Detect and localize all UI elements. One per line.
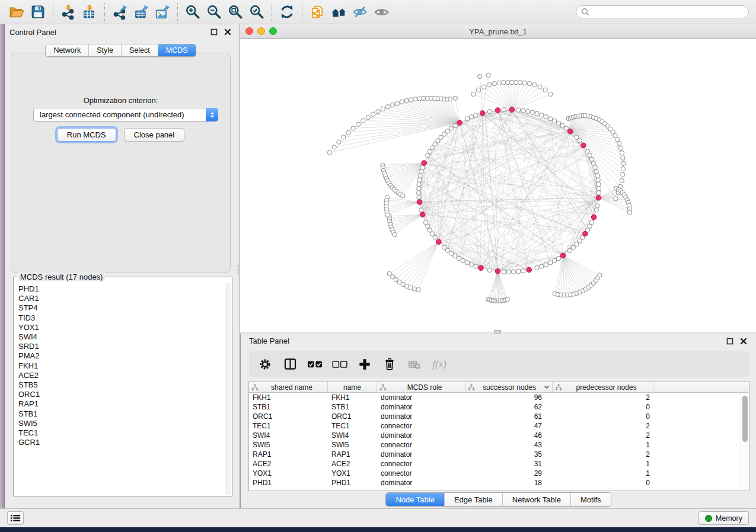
table-row[interactable]: RAP1RAP1dominator352 [249, 450, 741, 460]
delete-button[interactable] [377, 352, 402, 376]
refresh-button[interactable] [276, 1, 298, 23]
cell-name: ORC1 [328, 412, 377, 422]
cell-successor-nodes: 96 [465, 393, 553, 403]
window-close-traffic-button[interactable] [245, 27, 253, 35]
tab-select[interactable]: Select [121, 44, 158, 56]
add-column-button[interactable] [352, 352, 377, 376]
table-row[interactable]: STB1STB1dominator620 [249, 403, 741, 412]
mcds-result-item[interactable]: PMA2 [18, 351, 225, 361]
tab-edge-table[interactable]: Edge Table [444, 493, 502, 506]
result-list-scrollbar[interactable] [226, 283, 231, 495]
mcds-result-item[interactable]: ACE2 [18, 371, 225, 380]
split-columns-button[interactable] [277, 352, 302, 376]
column-header-MCDS-role[interactable]: MCDS role [377, 382, 465, 392]
mcds-result-item[interactable]: STB1 [18, 409, 225, 419]
run-mcds-button[interactable]: Run MCDS [57, 128, 116, 142]
control-panel-header: Control Panel [5, 24, 237, 40]
import-table-button[interactable] [79, 1, 100, 23]
tab-mcds[interactable]: MCDS [158, 44, 196, 56]
table-row[interactable]: ACE2ACE2connector311 [249, 460, 741, 469]
mcds-result-item[interactable]: CAR1 [18, 294, 225, 303]
mcds-result-item[interactable]: STP4 [18, 303, 225, 313]
hide-panel-button[interactable] [349, 1, 371, 23]
zoom-in-button[interactable] [182, 1, 203, 23]
mcds-result-item[interactable]: SWI5 [18, 419, 225, 428]
float-table-panel-button[interactable] [726, 337, 734, 345]
column-header-successor-nodes[interactable]: successor nodes [465, 382, 553, 392]
window-maximize-traffic-button[interactable] [269, 27, 277, 35]
tab-group: NetworkStyleSelectMCDS [45, 44, 196, 57]
show-task-history-button[interactable] [7, 511, 24, 525]
cell-name: SWI4 [328, 431, 377, 441]
column-header-shared-name[interactable]: shared name [249, 382, 328, 392]
toolbar-separator [104, 3, 105, 21]
toolbar-separator [53, 3, 53, 21]
table-scrollbar[interactable] [741, 393, 749, 491]
search-input[interactable] [576, 5, 749, 18]
network-window-titlebar: YPA_prune.txt_1 [240, 24, 756, 39]
mcds-result-item[interactable]: STB5 [18, 380, 225, 390]
zoom-out-button[interactable] [203, 1, 225, 23]
float-panel-button[interactable] [210, 28, 218, 36]
table-row[interactable]: FKH1FKH1dominator962 [249, 393, 741, 403]
mcds-result-item[interactable]: YOX1 [18, 323, 225, 332]
save-session-button[interactable] [27, 1, 49, 23]
window-minimize-traffic-button[interactable] [257, 27, 265, 35]
table-row[interactable]: PHD1PHD1dominator180 [249, 479, 741, 488]
mcds-result-list[interactable]: PHD1CAR1STP4TID3YOX1SWI4SRD1PMA2FKH1ACE2… [18, 284, 225, 495]
mcds-result-item[interactable]: SRD1 [18, 342, 225, 351]
mcds-result-item[interactable]: RAP1 [18, 399, 225, 409]
tab-style[interactable]: Style [88, 44, 121, 56]
select-all-button[interactable] [302, 352, 327, 376]
cell-predecessor-nodes: 2 [553, 450, 653, 460]
clone-network-button[interactable] [307, 1, 328, 23]
mcds-result-item[interactable]: GCR1 [18, 438, 225, 447]
tab-network[interactable]: Network [46, 44, 88, 56]
deselect-all-icon [332, 360, 347, 368]
table-row[interactable]: ORC1ORC1dominator610 [249, 412, 741, 422]
scrollbar-thumb[interactable] [742, 396, 748, 442]
close-panel-action-button[interactable]: Close panel [124, 128, 185, 142]
zoom-selected-button[interactable] [246, 1, 267, 23]
delete-table-icon [408, 358, 421, 370]
export-table-button[interactable] [130, 1, 152, 23]
table-row[interactable]: SWI5SWI5connector431 [249, 441, 741, 450]
cell-shared-name: SWI4 [249, 431, 328, 441]
tab-node-table[interactable]: Node Table [386, 493, 444, 506]
network-view-window: YPA_prune.txt_1 [240, 24, 756, 332]
mcds-result-item[interactable]: TID3 [18, 313, 225, 323]
control-panel-tabs: NetworkStyleSelectMCDS [5, 44, 237, 57]
close-table-panel-button[interactable] [739, 337, 748, 345]
open-file-button[interactable] [6, 1, 27, 23]
show-all-networks-button[interactable] [328, 1, 349, 23]
close-panel-button[interactable] [224, 28, 232, 36]
deselect-all-button[interactable] [327, 352, 352, 376]
tab-network-table[interactable]: Network Table [502, 493, 570, 506]
mcds-result-item[interactable]: SWI4 [18, 332, 225, 342]
memory-button[interactable]: Memory [698, 511, 749, 525]
mcds-result-item[interactable]: ORC1 [18, 390, 225, 399]
column-header-predecessor-nodes[interactable]: predecessor nodes [553, 382, 653, 392]
table-row[interactable]: TEC1TEC1connector472 [249, 422, 741, 431]
cell-mcds-role: dominator [377, 431, 465, 441]
mcds-result-item[interactable]: FKH1 [18, 361, 225, 371]
mcds-panel: Optimization criterion: largest connecte… [11, 53, 231, 273]
network-canvas[interactable] [240, 39, 756, 331]
gear-button[interactable] [253, 352, 277, 376]
zoom-fit-button[interactable] [225, 1, 246, 23]
export-network-button[interactable] [109, 1, 130, 23]
cell-successor-nodes: 62 [465, 403, 553, 412]
export-image-button[interactable] [152, 1, 173, 23]
mcds-result-item[interactable]: PHD1 [18, 284, 225, 294]
table-row[interactable]: YOX1YOX1connector291 [249, 469, 741, 479]
column-header-name[interactable]: name [328, 382, 377, 392]
column-label: shared name [259, 383, 325, 392]
mcds-result-item[interactable]: TEC1 [18, 428, 225, 438]
tab-motifs[interactable]: Motifs [570, 493, 611, 506]
search-box [576, 5, 749, 18]
optimization-criterion-select[interactable]: largest connected component (undirected) [33, 108, 218, 121]
table-header-row: shared namenameMCDS rolesuccessor nodesp… [249, 382, 749, 393]
show-panel-button[interactable] [371, 1, 392, 23]
table-row[interactable]: SWI4SWI4dominator462 [249, 431, 741, 441]
import-network-button[interactable] [58, 1, 79, 23]
